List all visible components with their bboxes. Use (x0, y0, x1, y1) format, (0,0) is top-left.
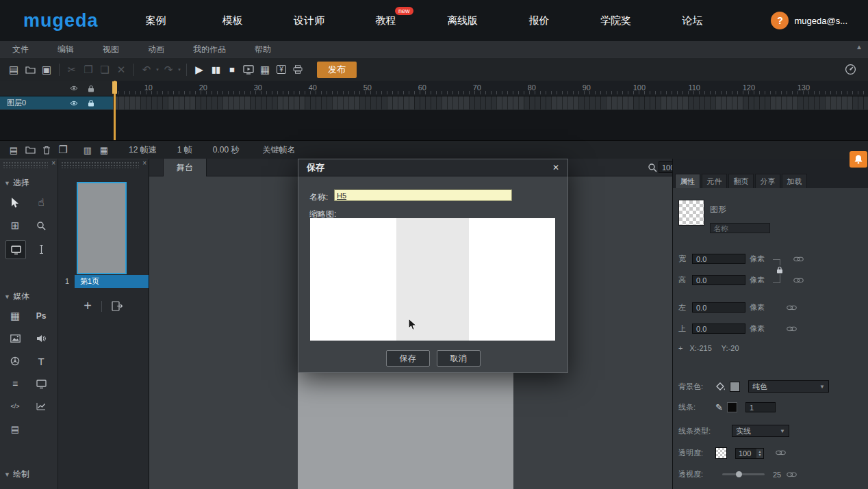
keyframe-name-label[interactable]: 关键帧名 (262, 144, 295, 156)
line-width-input[interactable]: 1 (745, 402, 776, 412)
image-tool[interactable] (5, 330, 25, 347)
open-icon[interactable] (22, 62, 38, 77)
gauge-icon[interactable] (842, 62, 858, 77)
paste-icon[interactable]: ❏ (97, 62, 113, 77)
name-input[interactable] (334, 189, 512, 201)
opacity-link-icon[interactable] (776, 450, 786, 455)
tab-components[interactable]: 元件 (702, 174, 727, 188)
nav-item-cases[interactable]: 案例 (118, 14, 194, 27)
slider-knob[interactable] (736, 471, 742, 477)
undo-icon[interactable]: ↶ (138, 62, 155, 77)
section-media[interactable]: ▼媒体 (4, 291, 29, 302)
qr-code-icon[interactable]: ▦ (257, 62, 273, 77)
redo-icon[interactable]: ↷ (160, 62, 177, 77)
save-button[interactable]: 保存 (386, 350, 430, 367)
delete-layer-icon[interactable] (38, 142, 55, 157)
embed-screen-tool[interactable] (31, 375, 51, 393)
stage-select-tool[interactable] (5, 240, 26, 259)
nav-item-templates[interactable]: 模板 (194, 14, 271, 27)
visibility-column-eye-icon[interactable] (70, 85, 78, 91)
layer-lock-icon[interactable] (88, 99, 94, 107)
multi-frame-edit-icon[interactable]: ▦ (96, 142, 112, 157)
line-color-swatch[interactable] (727, 402, 737, 412)
layer-eye-icon[interactable] (70, 101, 78, 106)
tab-loading[interactable]: 加载 (782, 174, 807, 188)
menu-file[interactable]: 文件 (12, 44, 29, 55)
print-icon[interactable] (290, 62, 306, 77)
menu-help[interactable]: 帮助 (255, 44, 271, 55)
nav-item-academy-award[interactable]: 学院奖 (578, 14, 654, 27)
ruler-tool[interactable] (31, 240, 51, 258)
width-link-icon[interactable] (793, 256, 804, 262)
frames-strip[interactable] (113, 96, 868, 109)
delete-icon[interactable]: ✕ (113, 62, 129, 77)
zoom-tool[interactable] (31, 217, 51, 235)
transform-tool[interactable]: ⊞ (5, 217, 25, 235)
save-icon[interactable]: ▣ (38, 62, 55, 77)
perspective-link-icon[interactable] (787, 472, 797, 477)
layer-row-layer0[interactable]: 图层0 (0, 96, 113, 109)
left-input[interactable]: 0.0 (692, 302, 745, 313)
height-input[interactable]: 0.0 (692, 275, 745, 285)
collapse-panel-icon[interactable]: ▲ (856, 43, 863, 51)
nav-item-forum[interactable]: 论坛 (654, 14, 731, 27)
dialog-title-bar[interactable]: 保存 ✕ (298, 159, 567, 176)
keyframes-media-tool[interactable]: ▤ (5, 420, 25, 438)
background-type-dropdown[interactable]: 纯色 ▼ (748, 380, 829, 393)
tab-share[interactable]: 分享 (755, 174, 780, 188)
width-input[interactable]: 0.0 (692, 254, 745, 264)
nav-item-tutorials[interactable]: 教程new (348, 14, 424, 27)
tab-properties[interactable]: 属性 (675, 174, 700, 188)
page-thumbnail[interactable] (77, 182, 127, 274)
play-icon[interactable]: ▶ (191, 62, 207, 77)
copy-icon[interactable]: ❐ (80, 62, 97, 77)
nav-item-designers[interactable]: 设计师 (271, 14, 348, 27)
add-page-icon[interactable]: + (84, 298, 92, 314)
shape-name-input[interactable] (710, 223, 770, 233)
duplicate-layer-icon[interactable]: ❐ (55, 142, 71, 157)
opacity-stepper[interactable]: 100 ▴▾ (735, 448, 764, 459)
photoshop-import-tool[interactable]: Ps (31, 307, 51, 325)
top-link-icon[interactable] (787, 326, 797, 332)
timeline-empty-area[interactable] (0, 109, 868, 141)
stop-icon[interactable]: ■ (224, 62, 240, 77)
top-input[interactable]: 0.0 (692, 323, 745, 334)
onion-skin-icon[interactable]: ▥ (79, 142, 96, 157)
menu-my-works[interactable]: 我的作品 (193, 44, 226, 55)
height-link-icon[interactable] (793, 278, 804, 283)
panel-drag-handle[interactable] (3, 161, 48, 168)
add-layer-icon[interactable]: ▤ (5, 142, 22, 157)
playhead[interactable] (114, 81, 116, 140)
publish-button[interactable]: 发布 (317, 62, 357, 78)
hand-tool[interactable]: ☝ (31, 194, 51, 211)
redo-history-arrow-icon[interactable]: ▾ (177, 67, 182, 72)
menu-animation[interactable]: 动画 (148, 44, 164, 55)
form-tool[interactable]: ≡ (5, 375, 25, 393)
dialog-close-icon[interactable]: ✕ (552, 163, 559, 172)
preview-icon[interactable] (240, 62, 257, 77)
new-doc-icon[interactable]: ▤ (5, 62, 22, 77)
pause-icon[interactable]: ▮▮ (207, 62, 224, 77)
pencil-icon[interactable]: ✎ (715, 402, 723, 412)
menu-view[interactable]: 视图 (103, 44, 119, 55)
cancel-button[interactable]: 取消 (437, 350, 481, 367)
text-tool[interactable]: T (31, 352, 51, 370)
perspective-slider[interactable] (722, 473, 765, 475)
stage-zoom-search-icon[interactable] (648, 163, 657, 172)
paint-bucket-icon[interactable] (715, 382, 726, 391)
add-folder-icon[interactable] (22, 142, 38, 157)
timeline-ruler[interactable]: 10 20 30 40 50 60 70 80 90 100 110 120 1… (0, 81, 868, 96)
cut-icon[interactable]: ✂ (64, 62, 80, 77)
section-draw[interactable]: ▼绘制 (4, 468, 29, 480)
notification-bell-button[interactable] (850, 151, 867, 168)
expand-coords-icon[interactable]: + (678, 344, 682, 352)
left-link-icon[interactable] (787, 305, 797, 310)
account-menu[interactable]: ? mugeda@s... (771, 12, 847, 29)
section-select[interactable]: ▼选择 (4, 177, 29, 189)
page-name-bar[interactable]: 第1页 (75, 275, 149, 288)
aspect-lock-icon[interactable] (776, 265, 784, 274)
import-page-icon[interactable] (112, 301, 123, 311)
line-type-dropdown[interactable]: 实线 ▼ (732, 425, 789, 437)
panel-drag-handle[interactable] (61, 161, 139, 168)
background-color-swatch[interactable] (730, 382, 740, 392)
